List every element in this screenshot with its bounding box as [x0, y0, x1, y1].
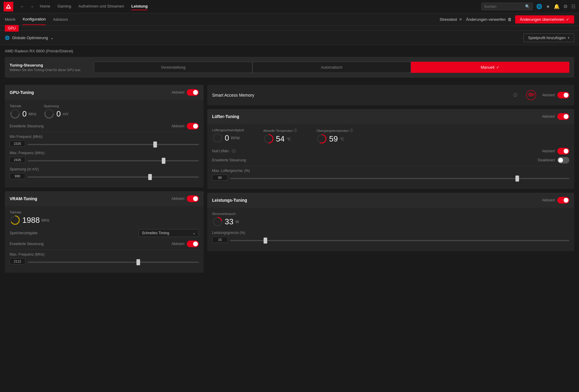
fan-activated-label: Aktiviert [542, 114, 555, 119]
active-profile-tab[interactable]: GPU [5, 25, 19, 32]
subnav-konfiguration[interactable]: Konfiguration [23, 14, 46, 25]
leistungsgrenze-input[interactable] [230, 240, 569, 241]
nav-gaming[interactable]: Gaming [58, 3, 71, 10]
strom-label: Stromverbrauch [212, 212, 239, 216]
profile-bar: 🌐 Globale Optimierung ⌄ Spielprofil hinz… [0, 31, 579, 45]
profile-tab-bar: GPU [0, 26, 579, 31]
subnav-metrik[interactable]: Metrik [5, 14, 15, 25]
vram-tuning-body: Taktrate 1988 MHz [5, 206, 204, 273]
stress-test-button[interactable]: Stresstest ⚛ [440, 17, 462, 22]
nav-record[interactable]: Aufnehmen und Streamen [78, 3, 124, 10]
vram-metrics-row: Taktrate 1988 MHz [10, 210, 199, 226]
leistungs-tuning-card: Leistungs-Tuning Aktiviert Stromverbrauc… [207, 193, 574, 251]
erweiterte-toggle[interactable] [187, 123, 199, 129]
vram-erweiterte-activated-label: Aktiviert [171, 242, 184, 246]
smart-access-row: Smart Access Memory ⓘ Aktiviert [207, 85, 574, 105]
profile-select[interactable]: 🌐 Globale Optimierung ⌄ [5, 36, 54, 40]
spannung-mv-input[interactable] [28, 176, 199, 178]
add-game-button[interactable]: Spielprofil hinzufügen + [524, 33, 574, 42]
left-panel: GPU-Tuning Aktiviert Taktrate [5, 85, 204, 273]
taktrate-gauge [10, 108, 20, 119]
leistungs-activated-label: Aktiviert [542, 198, 555, 202]
vram-max-freq-value: 2112 [10, 258, 25, 264]
fan-utemp-label: Übergangstemperatur [316, 129, 349, 132]
gpu-tuning-toggle[interactable] [187, 89, 199, 96]
taktrate-value-row: 0 MHz [10, 108, 36, 119]
null-rpm-toggle[interactable] [557, 148, 569, 154]
vram-erweiterte-toggle[interactable] [187, 241, 199, 247]
leistungsgrenze-track [230, 238, 569, 242]
sam-toggle[interactable] [557, 92, 569, 98]
tuning-manual-button[interactable]: Manuell ✓ [411, 62, 569, 73]
max-freq-slider-wrap: Max. Frequenz (MHz) 2425 [10, 151, 199, 163]
fan-utemp-gauge [316, 133, 327, 144]
tuning-mode-title: Tuning-Steuerung [10, 63, 94, 67]
search-box[interactable]: 🔍 [481, 3, 533, 10]
bell-icon[interactable]: 🔔 [554, 4, 560, 9]
profile-label: Globale Optimierung [12, 36, 48, 40]
search-input[interactable] [484, 5, 523, 9]
vram-max-freq-label: Max. Frequenz (MHz) [10, 252, 199, 257]
globe-icon[interactable]: 🌐 [536, 4, 542, 9]
tuning-preset-button[interactable]: Voreinstellung [94, 62, 252, 73]
vram-max-freq-track [28, 259, 199, 264]
spannung-value-row: 0 mV [44, 108, 68, 119]
fan-temp-unit: °C [286, 137, 291, 141]
spannung-label: Spannung [44, 104, 68, 108]
settings-icon[interactable]: ⚙ [563, 4, 568, 9]
vram-tuning-toggle[interactable] [187, 195, 199, 202]
vram-taktrate-label: Taktrate [10, 210, 50, 214]
apply-button[interactable]: Änderungen übernehmen ✓ [515, 15, 574, 23]
layout-icon[interactable]: ☷ [571, 4, 575, 9]
fan-erweiterte-toggle[interactable] [557, 157, 569, 163]
null-rpm-row: Null U/Min. ⓘ Aktiviert [212, 148, 569, 154]
back-button[interactable]: ← [18, 3, 27, 11]
null-rpm-info-icon[interactable]: ⓘ [232, 149, 236, 153]
fan-tuning-toggle[interactable] [557, 113, 569, 120]
spannung-unit: mV [63, 112, 69, 116]
spannung-mv-track [28, 174, 199, 179]
gpu-tuning-card: GPU-Tuning Aktiviert Taktrate [5, 85, 204, 188]
vram-taktrate-num: 1988 [22, 216, 40, 225]
fan-tuning-body: Lüftergeschwindigkeit 0 RPM [207, 124, 574, 189]
min-freq-track [28, 142, 199, 146]
discard-label: Änderungen verwerfen [466, 17, 506, 22]
vram-erweiterte-row: Erweiterte Steuerung Aktiviert [10, 241, 199, 247]
vram-erweiterte-label: Erweiterte Steuerung [10, 242, 171, 246]
stress-test-icon: ⚛ [459, 17, 462, 22]
nav-right: 🔍 🌐 ★ 🔔 ⚙ ☷ [481, 3, 575, 10]
speicher-chevron-icon: ⌄ [192, 231, 196, 235]
fan-temp-value-row: 54 °C [263, 133, 297, 144]
vram-taktrate-gauge [10, 215, 20, 226]
discard-button[interactable]: Änderungen verwerfen 🗑 [466, 17, 512, 22]
max-freq-input[interactable] [28, 160, 199, 161]
star-icon[interactable]: ★ [546, 4, 550, 9]
utemp-info-icon[interactable]: ⓘ [350, 128, 353, 133]
forward-button[interactable]: → [28, 3, 36, 11]
speicher-dropdown[interactable]: Schnelles Timing ⌄ [139, 229, 199, 237]
spannung-gauge [44, 108, 55, 119]
trash-icon: 🗑 [508, 17, 512, 22]
taktrate-label: Taktrate [10, 104, 36, 108]
gpu-tuning-activated-label: Aktiviert [171, 90, 184, 95]
chevron-down-icon: ⌄ [50, 36, 54, 40]
check-icon: ✓ [496, 65, 499, 70]
vram-max-freq-input[interactable] [28, 262, 199, 263]
nav-home[interactable]: Home [40, 3, 50, 10]
tuning-auto-button[interactable]: Automatisch [252, 62, 411, 73]
max-fan-input[interactable] [230, 178, 569, 179]
leistungs-tuning-toggle[interactable] [557, 197, 569, 204]
erweiterte-label: Erweiterte Steuerung [10, 124, 171, 128]
right-panel: Smart Access Memory ⓘ Aktiviert [207, 85, 574, 273]
sam-activated-label: Aktiviert [542, 93, 555, 97]
tuning-mode-buttons: Voreinstellung Automatisch Manuell ✓ [94, 62, 569, 73]
nav-leistung[interactable]: Leistung [131, 3, 148, 10]
min-freq-input[interactable] [28, 144, 199, 145]
temp-info-icon[interactable]: ⓘ [294, 128, 297, 133]
amd-logo-icon [5, 3, 12, 10]
subnav-advisors[interactable]: Advisors [53, 14, 68, 25]
info-icon[interactable]: ⓘ [513, 92, 517, 98]
strom-gauge [212, 216, 223, 227]
strom-metric: Stromverbrauch 33 W [212, 212, 239, 227]
vram-max-freq-slider-wrap: Max. Frequenz (MHz) 2112 [10, 252, 199, 264]
